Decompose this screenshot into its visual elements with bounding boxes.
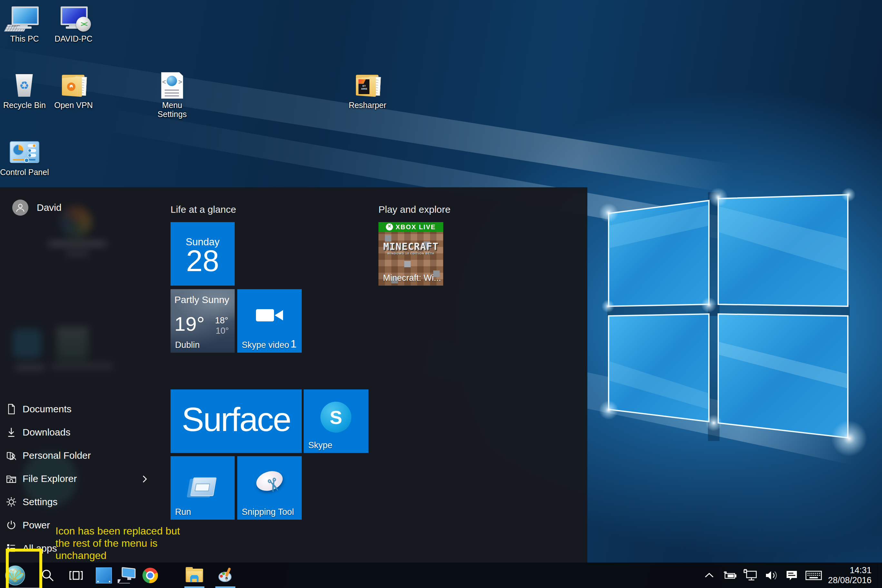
openvpn-folder-icon: [49, 71, 98, 99]
action-center-icon: [784, 568, 799, 582]
highlight-rectangle: [6, 549, 42, 588]
sidebar-item-label: Documents: [22, 404, 72, 415]
group-title-life-at-a-glance: Life at a glance: [171, 204, 236, 215]
file-explorer-folder-icon: [186, 568, 203, 582]
tile-skype[interactable]: S Skype: [304, 389, 369, 453]
html-document-icon: <>: [148, 71, 196, 99]
sidebar-item-label: Power: [22, 520, 50, 531]
tray-touch-keyboard-button[interactable]: [803, 562, 824, 588]
desktop-icon-label: Menu Settings: [148, 100, 196, 118]
run-window-icon: [190, 477, 217, 496]
tray-clock[interactable]: 14:31 28/08/2016: [824, 562, 876, 588]
blue-app-icon: [96, 567, 112, 584]
tile-label: Minecraft: Wi...: [383, 273, 441, 283]
tile-label: Run: [175, 507, 191, 517]
tray-hidden-icons-button[interactable]: [700, 562, 718, 588]
sidebar-item-label: Settings: [22, 496, 57, 507]
desktop-icon-menu-settings[interactable]: <> Menu Settings: [148, 71, 196, 118]
taskbar: 14:31 28/08/2016: [0, 562, 882, 588]
sidebar-item-label: File Explorer: [22, 473, 77, 484]
desktop-icon-david-pc[interactable]: ><: [49, 4, 98, 43]
minecraft-logo-subtitle: WINDOWS 10 EDITION BETA: [378, 252, 443, 255]
taskbar-app-blue[interactable]: [94, 562, 114, 588]
weather-condition: Partly Sunny: [174, 294, 229, 305]
taskbar-app-paint[interactable]: [215, 562, 236, 588]
desktop-icon-label: This PC: [0, 34, 49, 43]
ghost-label: [52, 364, 113, 368]
ghost-label: [15, 365, 45, 369]
weather-temp: 19°: [174, 312, 205, 335]
tile-snipping-tool[interactable]: ✂ Snipping Tool: [237, 456, 302, 520]
running-indicator-file-explorer: [184, 586, 204, 588]
task-view-icon: [68, 568, 84, 583]
download-icon: [0, 426, 22, 438]
ghost-icon: [12, 328, 42, 358]
document-icon: [0, 403, 22, 415]
start-menu: David Documents Downloads Personal Folde…: [0, 187, 587, 562]
desktop-icon-open-vpn[interactable]: Open VPN: [49, 71, 98, 110]
desktop-icon-control-panel[interactable]: Control Panel: [0, 138, 49, 177]
sidebar-item-label: Downloads: [22, 427, 70, 438]
tile-label: Snipping Tool: [242, 507, 294, 517]
computer-icon: [118, 567, 136, 584]
remote-desktop-badge-icon: ><: [76, 17, 91, 32]
sidebar-item-personal-folder[interactable]: Personal Folder: [0, 447, 152, 465]
desktop-icon-label: Resharper: [343, 100, 392, 110]
ghost-label: [66, 252, 88, 256]
tray-volume-button[interactable]: [762, 562, 780, 588]
video-camera-icon: [256, 309, 274, 321]
tile-skype-video[interactable]: Skype video 1: [237, 289, 302, 352]
chrome-icon: [142, 568, 158, 583]
surface-logo-text: Surface: [171, 400, 302, 439]
xbox-live-banner: XBOX LIVE: [378, 222, 443, 232]
desktop-icon-resharper[interactable]: Resharper: [343, 71, 392, 110]
taskbar-app-file-explorer[interactable]: [184, 562, 204, 588]
notification-badge: 1: [291, 338, 297, 350]
annotation-line: the rest of the menu is: [56, 537, 180, 549]
paint-icon: [217, 567, 234, 584]
tile-label: Skype video: [242, 340, 289, 350]
tile-minecraft[interactable]: XBOX LIVE MINECRAFT WINDOWS 10 EDITION B…: [378, 222, 443, 286]
taskbar-app-remote-desktop[interactable]: [117, 562, 136, 588]
annotation-note: Icon has been replaced but the rest of t…: [56, 525, 180, 562]
gear-icon: [0, 496, 22, 508]
resharper-folder-icon: [343, 71, 392, 99]
personal-folder-icon: [0, 450, 22, 461]
taskbar-app-chrome[interactable]: [141, 562, 160, 588]
sidebar-item-settings[interactable]: Settings: [0, 493, 152, 511]
xbox-logo-icon: [386, 224, 393, 231]
tray-battery-button[interactable]: [721, 562, 739, 588]
this-pc-icon: [0, 4, 49, 33]
tile-label: Skype: [308, 440, 332, 450]
weather-city: Dublin: [175, 340, 200, 350]
tray-action-center-button[interactable]: [783, 562, 801, 588]
speaker-icon: [764, 569, 779, 582]
desktop-icon-recycle-bin[interactable]: ♻ Recycle Bin: [0, 71, 49, 110]
tile-weather[interactable]: Partly Sunny 19° 18° 10° Dublin: [171, 289, 235, 352]
clock-time: 14:31: [828, 566, 872, 575]
desktop-icon-label: DAVID-PC: [49, 34, 98, 43]
chevron-up-icon: [704, 572, 715, 579]
desktop-icon-this-pc[interactable]: This PC: [0, 4, 49, 43]
sidebar-item-file-explorer[interactable]: File Explorer: [0, 470, 152, 488]
tile-surface[interactable]: Surface: [171, 389, 302, 453]
annotation-line: Icon has been replaced but: [56, 525, 180, 537]
search-icon: [40, 568, 55, 583]
tile-run[interactable]: Run: [171, 456, 235, 520]
tile-calendar[interactable]: Sunday 28: [171, 222, 235, 286]
ethernet-network-icon: [743, 568, 758, 582]
sidebar-item-downloads[interactable]: Downloads: [0, 423, 152, 441]
sidebar-item-label: Personal Folder: [22, 450, 91, 461]
group-title-play-and-explore: Play and explore: [378, 204, 450, 215]
user-account[interactable]: David: [12, 200, 62, 216]
desktop-icon-label: Open VPN: [49, 100, 98, 110]
sidebar-item-documents[interactable]: Documents: [0, 400, 152, 418]
calendar-date: 28: [171, 244, 235, 278]
task-view-button[interactable]: [66, 562, 86, 588]
battery-charging-icon: [722, 569, 737, 582]
recycle-bin-icon: ♻: [0, 71, 49, 99]
user-avatar-icon: [12, 200, 28, 216]
minecraft-logo: MINECRAFT: [378, 241, 443, 252]
ghost-icon: [60, 206, 92, 238]
tray-network-button[interactable]: [741, 562, 759, 588]
